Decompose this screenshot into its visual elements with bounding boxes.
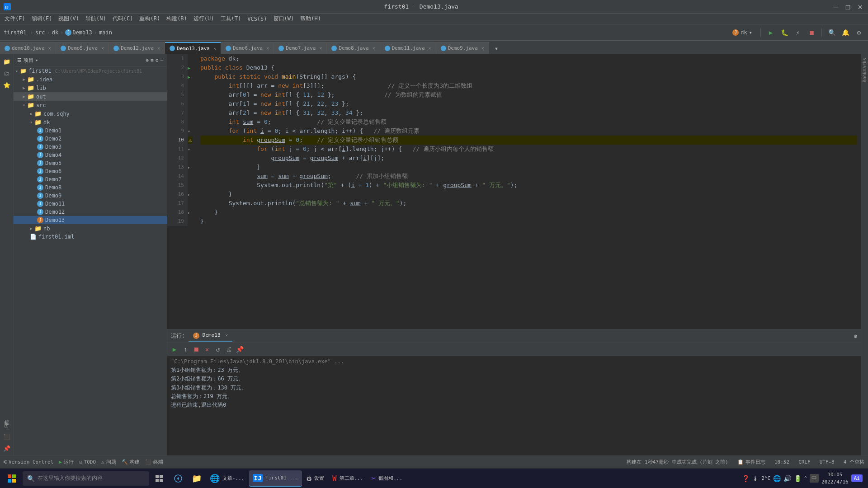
taskbar-app-snip[interactable]: ✂ 截图和...	[368, 470, 406, 487]
tab-demo5[interactable]: Demo5.java ✕	[56, 42, 109, 54]
sidebar-item-demo5[interactable]: J Demo5	[14, 159, 167, 167]
sidebar-btn-2[interactable]: ≡	[151, 57, 154, 63]
sidebar-item-demo6[interactable]: J Demo6	[14, 167, 167, 175]
sidebar-item-demo12[interactable]: J Demo12	[14, 208, 167, 216]
fold-18[interactable]: ▸	[188, 208, 197, 217]
tab-close-demo10[interactable]: ✕	[48, 46, 51, 51]
pin-button[interactable]: 📌	[1, 443, 12, 454]
sidebar-item-demo7[interactable]: J Demo7	[14, 175, 167, 183]
run-scroll-up-button[interactable]: ↑	[181, 345, 190, 354]
chinese-input-icon[interactable]: 中	[810, 474, 819, 483]
taskbar-app-wps[interactable]: W 第二章...	[329, 470, 367, 487]
sidebar-item-out[interactable]: ▶ 📁 out	[14, 92, 167, 101]
fold-16[interactable]: ▸	[188, 190, 197, 199]
tab-demo12[interactable]: Demo12.java ✕	[109, 42, 165, 54]
fold-3[interactable]: ▶	[188, 72, 197, 81]
sidebar-item-demo9[interactable]: J Demo9	[14, 192, 167, 200]
sidebar-item-dk[interactable]: ▾ 📁 dk	[14, 118, 167, 127]
menu-item-帮助(H)[interactable]: 帮助(H)	[297, 14, 324, 23]
minimize-button[interactable]: —	[831, 2, 840, 11]
taskbar-app-edge[interactable]: 🌐 文章-...	[206, 470, 248, 487]
menu-item-文件(F)[interactable]: 文件(F)	[2, 14, 28, 23]
tab-close-demo13[interactable]: ✕	[213, 46, 216, 51]
run-tab-close[interactable]: ✕	[225, 333, 228, 338]
network-icon[interactable]: 🌐	[773, 475, 781, 482]
sidebar-item-demo1[interactable]: J Demo1	[14, 127, 167, 135]
run-close-button[interactable]: ✕	[203, 345, 212, 354]
database-button[interactable]: 🗄	[1, 419, 12, 430]
fold-13[interactable]: ▸	[188, 163, 197, 172]
notification-button[interactable]: 🔔	[840, 27, 851, 38]
menu-item-运行(U)[interactable]: 运行(U)	[191, 14, 217, 23]
sidebar-item-demo2[interactable]: J Demo2	[14, 135, 167, 143]
sidebar-item-nb[interactable]: ▶ 📁 nb	[14, 224, 167, 233]
tab-demo11[interactable]: Demo11.java ✕	[380, 42, 436, 54]
sidebar-item-first01[interactable]: ▾ 📁 first01 C:\Users\HP\IdeaProjects\fir…	[14, 67, 167, 75]
todo-action[interactable]: ☑ TODO	[79, 459, 96, 465]
tab-demo9[interactable]: Demo9.java ✕	[436, 42, 489, 54]
terminal-gutter-button[interactable]: ⬛	[1, 431, 12, 442]
speaker-icon[interactable]: 🔊	[783, 475, 791, 482]
bookmarks-label[interactable]: Bookmarks	[861, 54, 868, 86]
taskbar-search[interactable]: 🔍 在这里输入你要搜索的内容	[23, 471, 149, 486]
run-stop-button[interactable]: ⏹	[192, 345, 201, 354]
fold-2[interactable]: ▶	[188, 63, 197, 72]
widgets-button[interactable]	[169, 469, 187, 488]
menu-item-构建(B)[interactable]: 构建(B)	[164, 14, 190, 23]
stop-button[interactable]: ⏹	[806, 27, 817, 38]
maximize-button[interactable]: ❐	[844, 2, 852, 11]
fold-icon-16[interactable]: ▸	[188, 192, 190, 197]
tab-demo6[interactable]: Demo6.java ✕	[221, 42, 274, 54]
code-area[interactable]: package dk; public class Demo13 { public…	[197, 54, 861, 226]
tab-close-demo6[interactable]: ✕	[266, 46, 269, 51]
taskbar-app-explorer[interactable]: 📁	[188, 470, 205, 487]
problems-action[interactable]: ⚠ 问题	[101, 459, 116, 465]
sidebar-item-src[interactable]: ▾ 📁 src	[14, 101, 167, 109]
project-view-button[interactable]: 📁	[1, 56, 12, 67]
tab-close-demo12[interactable]: ✕	[157, 46, 160, 51]
run-play-button[interactable]: ▶	[170, 345, 179, 354]
terminal-action[interactable]: ⬛ 终端	[145, 459, 163, 465]
tab-demo13[interactable]: Demo13.java ✕	[165, 42, 221, 54]
run-gutter-button[interactable]: 运行	[0, 415, 13, 418]
sidebar-item-demo4[interactable]: J Demo4	[14, 151, 167, 159]
menu-item-VCS(S)[interactable]: VCS(S)	[245, 15, 269, 23]
event-log-action[interactable]: 📋 事件日志	[737, 459, 765, 465]
sidebar-item-demo11[interactable]: J Demo11	[14, 200, 167, 208]
menu-item-视图(V)[interactable]: 视图(V)	[56, 14, 82, 23]
tab-demo10[interactable]: demo10.java ✕	[0, 42, 56, 54]
run-tab-demo13[interactable]: J Demo13 ✕	[189, 330, 232, 342]
sidebar-item-demo3[interactable]: J Demo3	[14, 143, 167, 151]
tab-close-demo8[interactable]: ✕	[373, 46, 375, 51]
run-settings-button[interactable]: ⚙	[854, 333, 857, 339]
tab-close-demo9[interactable]: ✕	[481, 46, 484, 51]
version-control-action[interactable]: ⑆ Version Control	[4, 459, 53, 465]
menu-item-工具(T)[interactable]: 工具(T)	[218, 14, 244, 23]
sidebar-dropdown[interactable]: ▾	[35, 57, 38, 63]
menu-item-编辑(E)[interactable]: 编辑(E)	[29, 14, 55, 23]
fold-icon-13[interactable]: ▸	[188, 165, 190, 170]
favorites-button[interactable]: ⭐	[1, 80, 12, 90]
menu-item-窗口(W)[interactable]: 窗口(W)	[271, 14, 297, 23]
run-arrow-2[interactable]: ▶	[188, 66, 190, 70]
sidebar-btn-1[interactable]: ⊕	[146, 57, 149, 63]
sidebar-item-lib[interactable]: ▶ 📁 lib	[14, 84, 167, 92]
start-button[interactable]	[2, 469, 22, 488]
run-print-button[interactable]: 🖨	[224, 345, 233, 354]
taskbar-app-settings[interactable]: ⚙ 设置	[303, 470, 328, 487]
search-button[interactable]: 🔍	[826, 27, 837, 38]
coverage-button[interactable]: ⚡	[793, 27, 803, 38]
structure-button[interactable]: 🗂	[1, 68, 12, 79]
task-view-button[interactable]	[150, 469, 168, 488]
debug-button[interactable]: 🐛	[779, 27, 790, 38]
tab-demo7[interactable]: Demo7.java ✕	[274, 42, 327, 54]
help-icon[interactable]: ❓	[742, 475, 750, 482]
run-arrow-3[interactable]: ▶	[188, 75, 190, 80]
sidebar-item-demo13[interactable]: J Demo13	[14, 216, 167, 224]
sidebar-item-idea[interactable]: ▶ 📁 .idea	[14, 75, 167, 84]
fold-11[interactable]: ▾	[188, 145, 197, 154]
menu-item-导航(N)[interactable]: 导航(N)	[83, 14, 109, 23]
settings-button[interactable]: ⚙	[854, 27, 864, 38]
taskbar-app-idea[interactable]: IJ first01 ...	[249, 470, 302, 487]
chevron-icon[interactable]: ^	[804, 476, 807, 481]
